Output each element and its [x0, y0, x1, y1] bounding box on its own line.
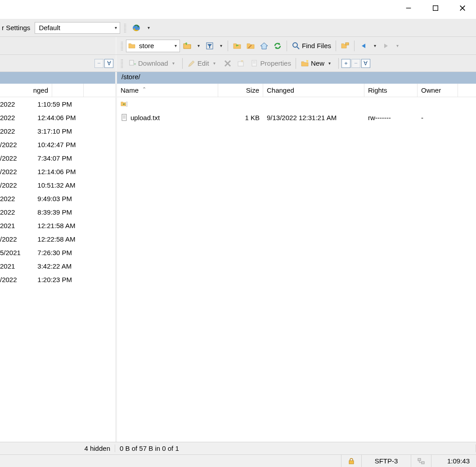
find-files-button[interactable]: Find Files	[290, 40, 333, 52]
properties-button[interactable]: Properties	[248, 57, 293, 70]
remote-column-headers[interactable]: Name Size Changed Rights Owner	[117, 84, 476, 97]
root-dir-button[interactable]	[244, 40, 257, 52]
list-item[interactable]: /20221:20:23 PM	[0, 273, 115, 286]
list-item[interactable]: 20213:42:22 AM	[0, 259, 115, 273]
transfer-settings-combo[interactable]: ▾	[35, 22, 120, 34]
close-button[interactable]	[449, 0, 476, 16]
nav-back-button[interactable]	[357, 40, 370, 52]
list-item[interactable]: 202212:44:06 PM	[0, 111, 115, 124]
maximize-icon	[432, 4, 439, 12]
new-folder-icon	[301, 59, 310, 68]
new-button[interactable]: New ▾	[299, 57, 336, 70]
nav-forward-button[interactable]	[380, 40, 392, 52]
list-item[interactable]: /20227:34:07 PM	[0, 151, 115, 165]
local-time-cell: 9:49:03 PM	[37, 195, 85, 202]
remote-col-name[interactable]: Name	[117, 84, 218, 97]
svg-rect-1	[433, 6, 438, 11]
remote-path-input[interactable]	[135, 40, 171, 51]
remote-col-owner[interactable]: Owner	[418, 84, 458, 97]
minimize-icon	[405, 4, 412, 12]
open-folder-icon	[183, 41, 192, 50]
svg-marker-28	[306, 60, 308, 62]
remote-path-bar[interactable]: /store/	[117, 72, 476, 84]
list-item[interactable]: 20221:10:59 PM	[0, 97, 115, 111]
chevron-down-icon[interactable]: ▾	[371, 43, 379, 48]
main-panes: nged 20221:10:59 PM202212:44:06 PM20223:…	[0, 84, 476, 442]
list-item[interactable]: 202112:21:58 AM	[0, 219, 115, 232]
list-item[interactable]: /202210:51:32 AM	[0, 178, 115, 192]
encryption-indicator[interactable]	[341, 455, 361, 467]
local-path-bar[interactable]	[0, 72, 117, 84]
svg-rect-18	[130, 60, 134, 65]
remote-col-changed[interactable]: Changed	[263, 84, 364, 97]
remote-col-rights[interactable]: Rights	[364, 84, 418, 97]
file-size-cell: 1 KB	[218, 114, 263, 121]
chevron-down-icon[interactable]: ▾	[393, 43, 401, 48]
list-item[interactable]: 20223:17:10 PM	[0, 124, 115, 138]
chevron-down-icon[interactable]: ▾	[217, 43, 225, 48]
chevron-down-icon[interactable]: ▾	[194, 43, 202, 48]
minimize-button[interactable]	[395, 0, 422, 16]
remote-file-pane[interactable]: Name Size Changed Rights Owner upload.tx…	[117, 84, 476, 442]
local-file-list[interactable]: 20221:10:59 PM202212:44:06 PM20223:17:10…	[0, 97, 115, 286]
list-item[interactable]: 5/20217:26:30 PM	[0, 246, 115, 259]
separator	[287, 40, 287, 51]
local-time-cell: 10:51:32 AM	[37, 181, 85, 189]
local-minus-button[interactable]: −	[94, 59, 103, 68]
download-button[interactable]: Download ▾	[126, 57, 180, 70]
local-date-cell: 2021	[0, 222, 37, 229]
local-col-extra[interactable]	[52, 84, 84, 97]
file-changed-cell: 9/13/2022 12:31:21 AM	[263, 114, 364, 121]
chevron-down-icon[interactable]: ▾	[326, 61, 334, 66]
remote-plus-button[interactable]: +	[341, 59, 350, 68]
open-folder-button[interactable]	[181, 40, 193, 52]
edit-button[interactable]: Edit ▾	[185, 57, 220, 70]
local-date-cell: 2022	[0, 114, 37, 121]
chevron-down-icon[interactable]: ▾	[171, 43, 180, 48]
home-dir-button[interactable]	[258, 40, 270, 52]
file-rights-cell: rw-------	[364, 114, 418, 121]
parent-dir-button[interactable]	[231, 40, 243, 52]
list-item[interactable]: /202212:14:06 PM	[0, 165, 115, 178]
local-date-cell: /2022	[0, 181, 37, 189]
folder-pencil-icon	[246, 41, 255, 50]
transfer-toolbar-row: − ∀ Download ▾ Edit ▾	[0, 55, 476, 72]
refresh-both-button[interactable]	[130, 22, 143, 34]
local-column-headers[interactable]: nged	[0, 84, 115, 97]
local-file-pane[interactable]: nged 20221:10:59 PM202212:44:06 PM20223:…	[0, 84, 117, 442]
chevron-down-icon[interactable]: ▾	[112, 25, 120, 30]
rename-button[interactable]	[235, 57, 247, 70]
local-date-cell: /2022	[0, 168, 37, 175]
remote-col-size[interactable]: Size	[218, 84, 263, 97]
list-item[interactable]: /202212:22:58 AM	[0, 232, 115, 246]
remote-path-combo[interactable]: ▾	[126, 40, 180, 52]
folder-icon	[128, 42, 135, 49]
transfer-settings-input[interactable]	[35, 22, 112, 33]
local-col-changed[interactable]: nged	[30, 84, 52, 97]
titlebar	[0, 0, 476, 19]
table-row[interactable]: upload.txt1 KB9/13/2022 12:31:21 AMrw---…	[117, 111, 476, 124]
network-indicator[interactable]	[411, 455, 431, 467]
separator	[228, 40, 228, 51]
text-file-icon	[121, 114, 128, 121]
svg-rect-15	[346, 43, 349, 45]
filter-button[interactable]	[203, 40, 216, 52]
local-select-all-button[interactable]: ∀	[104, 59, 113, 68]
refresh-remote-button[interactable]	[271, 40, 284, 52]
sync-browse-button[interactable]	[339, 40, 351, 52]
list-item[interactable]: 20228:39:39 PM	[0, 205, 115, 219]
local-time-cell: 1:10:59 PM	[37, 100, 85, 108]
table-row[interactable]	[117, 97, 476, 111]
edit-label: Edit	[198, 59, 209, 67]
chevron-down-icon[interactable]: ▾	[144, 25, 153, 30]
x-icon	[223, 59, 232, 68]
maximize-button[interactable]	[422, 0, 449, 16]
list-item[interactable]: 20229:49:03 PM	[0, 192, 115, 205]
remote-file-list[interactable]: upload.txt1 KB9/13/2022 12:31:21 AMrw---…	[117, 97, 476, 124]
list-item[interactable]: /202210:42:47 PM	[0, 138, 115, 151]
file-owner-cell: -	[418, 114, 458, 121]
delete-button[interactable]	[221, 57, 234, 70]
remote-select-all-button[interactable]: ∀	[361, 59, 370, 68]
remote-minus-button[interactable]: −	[351, 59, 360, 68]
network-icon	[418, 458, 425, 465]
